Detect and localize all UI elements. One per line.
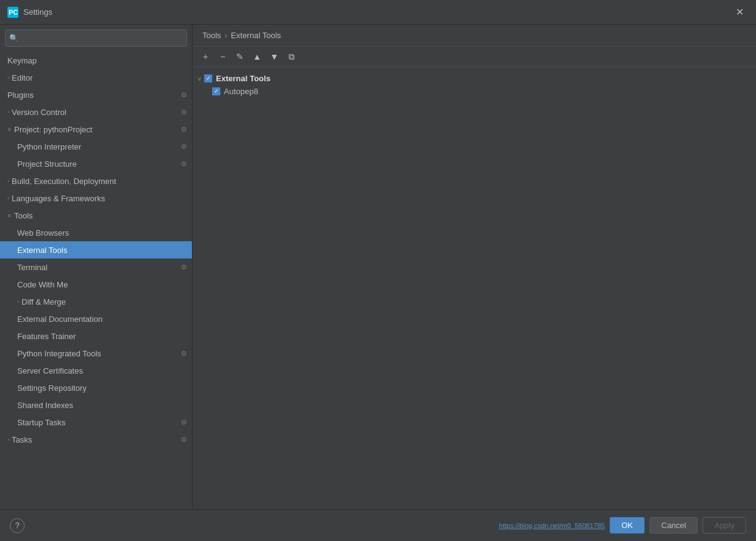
sidebar-item-label: Server Certificates (17, 366, 187, 375)
ok-button[interactable]: OK (610, 517, 645, 534)
tree-area: ∨ External Tools Autopep8 (193, 67, 756, 509)
chevron-right-icon: › (7, 436, 9, 443)
sidebar-item-label: Editor (12, 73, 187, 82)
sidebar-item-shared-indexes[interactable]: Shared Indexes (0, 396, 192, 414)
move-down-button[interactable]: ▼ (266, 49, 282, 64)
tree-item-label: External Tools (216, 74, 271, 83)
sidebar-list: Keymap › Editor Plugins ⚙ › Version Cont… (0, 52, 192, 509)
sidebar-item-settings-repository[interactable]: Settings Repository (0, 379, 192, 396)
gear-icon: ⚙ (181, 126, 187, 134)
sidebar-item-version-control[interactable]: › Version Control ⚙ (0, 103, 192, 121)
sidebar-item-languages-frameworks[interactable]: › Languages & Frameworks (0, 190, 192, 207)
sidebar-item-startup-tasks[interactable]: Startup Tasks ⚙ (0, 414, 192, 431)
title-bar: PC Settings ✕ (0, 0, 756, 25)
sidebar-item-label: Project: pythonProject (14, 125, 178, 134)
gear-icon: ⚙ (181, 160, 187, 168)
sidebar-item-diff-merge[interactable]: › Diff & Merge (0, 293, 192, 310)
sidebar-item-label: External Tools (17, 246, 187, 255)
sidebar-item-label: Version Control (12, 108, 178, 117)
sidebar-item-label: Python Integrated Tools (17, 349, 178, 358)
sidebar-item-terminal[interactable]: Terminal ⚙ (0, 258, 192, 276)
breadcrumb: Tools › External Tools (193, 25, 756, 47)
edit-button[interactable]: ✎ (232, 49, 248, 64)
sidebar-item-project-structure[interactable]: Project Structure ⚙ (0, 155, 192, 172)
dialog-title: Settings (23, 7, 731, 17)
sidebar-item-label: Code With Me (17, 280, 187, 289)
breadcrumb-separator: › (225, 31, 227, 40)
sidebar-item-label: Plugins (7, 90, 178, 100)
breadcrumb-external-tools: External Tools (231, 31, 281, 40)
sidebar-item-label: Build, Execution, Deployment (12, 177, 187, 186)
sidebar-item-label: Settings Repository (17, 383, 187, 393)
tree-item-autopep8[interactable]: Autopep8 (193, 85, 756, 98)
gear-icon: ⚙ (181, 436, 187, 444)
sidebar-item-label: External Documentation (17, 315, 187, 324)
sidebar-item-label: Diff & Merge (22, 297, 187, 307)
sidebar-item-label: Tools (14, 211, 187, 220)
sidebar-item-keymap[interactable]: Keymap (0, 52, 192, 69)
footer-left: ? (10, 518, 25, 533)
tree-chevron-down-icon: ∨ (197, 76, 202, 82)
help-button[interactable]: ? (10, 518, 25, 533)
search-box-wrap: 🔍 (0, 25, 192, 52)
sidebar-item-web-browsers[interactable]: Web Browsers (0, 224, 192, 241)
sidebar-item-external-tools[interactable]: External Tools (0, 241, 192, 258)
svg-text:PC: PC (9, 9, 18, 16)
sidebar-item-label: Project Structure (17, 159, 178, 169)
autopep8-checkbox[interactable] (212, 87, 220, 95)
sidebar-item-label: Tasks (12, 435, 178, 444)
sidebar-item-label: Languages & Frameworks (12, 194, 187, 203)
footer-right: https://blog.csdn.net/m0_56081785 OK Can… (499, 517, 746, 534)
sidebar: 🔍 Keymap › Editor Plugins ⚙ › Versio (0, 25, 193, 509)
gear-icon: ⚙ (181, 263, 187, 271)
gear-icon: ⚙ (181, 419, 187, 427)
add-button[interactable]: + (197, 49, 213, 64)
sidebar-item-python-integrated-tools[interactable]: Python Integrated Tools ⚙ (0, 345, 192, 362)
search-icon: 🔍 (9, 34, 18, 42)
sidebar-item-tasks[interactable]: › Tasks ⚙ (0, 431, 192, 448)
sidebar-item-server-certificates[interactable]: Server Certificates (0, 362, 192, 379)
move-up-button[interactable]: ▲ (249, 49, 265, 64)
sidebar-item-project[interactable]: ∨ Project: pythonProject ⚙ (0, 121, 192, 138)
tree-item-label: Autopep8 (224, 87, 258, 96)
chevron-right-icon: › (7, 195, 9, 201)
gear-icon: ⚙ (181, 350, 187, 358)
sidebar-item-label: Features Trainer (17, 332, 187, 341)
content-toolbar: + − ✎ ▲ ▼ ⧉ (193, 47, 756, 67)
sidebar-item-tools[interactable]: ∨ Tools (0, 207, 192, 224)
tree-item-external-tools-group[interactable]: ∨ External Tools (193, 72, 756, 85)
app-icon: PC (7, 7, 18, 18)
remove-button[interactable]: − (215, 49, 231, 64)
breadcrumb-tools: Tools (202, 31, 221, 40)
sidebar-item-external-doc[interactable]: External Documentation (0, 310, 192, 327)
external-tools-checkbox[interactable] (204, 74, 212, 82)
sidebar-item-label: Terminal (17, 263, 178, 272)
chevron-down-icon: ∨ (7, 126, 12, 132)
chevron-right-icon: › (17, 299, 19, 305)
copy-button[interactable]: ⧉ (284, 49, 300, 64)
sidebar-item-build-execution[interactable]: › Build, Execution, Deployment (0, 172, 192, 190)
sidebar-item-label: Startup Tasks (17, 418, 178, 427)
sidebar-item-code-with-me[interactable]: Code With Me (0, 276, 192, 293)
gear-icon: ⚙ (181, 143, 187, 151)
sidebar-item-label: Python Interpreter (17, 142, 178, 151)
sidebar-item-label: Shared Indexes (17, 401, 187, 410)
chevron-right-icon: › (7, 109, 9, 115)
apply-button[interactable]: Apply (702, 517, 746, 534)
close-button[interactable]: ✕ (731, 4, 749, 20)
cancel-button[interactable]: Cancel (650, 517, 698, 534)
search-input[interactable] (5, 30, 187, 47)
sidebar-item-label: Web Browsers (17, 228, 187, 238)
sidebar-item-python-interpreter[interactable]: Python Interpreter ⚙ (0, 138, 192, 155)
chevron-right-icon: › (7, 178, 9, 184)
search-box-container: 🔍 (5, 30, 187, 47)
chevron-right-icon: › (7, 74, 9, 81)
sidebar-item-editor[interactable]: › Editor (0, 69, 192, 86)
sidebar-item-features-trainer[interactable]: Features Trainer (0, 327, 192, 345)
sidebar-item-label: Keymap (7, 56, 187, 65)
sidebar-item-plugins[interactable]: Plugins ⚙ (0, 86, 192, 103)
dialog-footer: ? https://blog.csdn.net/m0_56081785 OK C… (0, 509, 756, 541)
url-hint[interactable]: https://blog.csdn.net/m0_56081785 (499, 522, 605, 529)
main-content: Tools › External Tools + − ✎ ▲ ▼ ⧉ ∨ Ext… (193, 25, 756, 509)
gear-icon: ⚙ (181, 108, 187, 116)
